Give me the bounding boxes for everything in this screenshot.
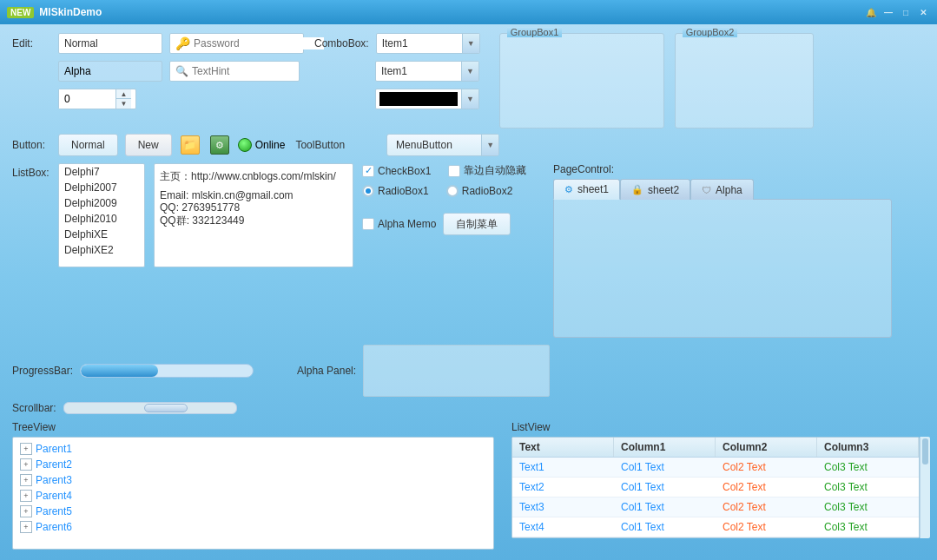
spinner-down-button[interactable]: ▼ — [116, 99, 131, 109]
folder-toolbutton[interactable]: 📁 — [179, 134, 201, 156]
radio2[interactable] — [446, 185, 459, 197]
maximize-button[interactable]: □ — [899, 5, 913, 19]
color-combobox[interactable]: ▼ — [375, 89, 479, 109]
groupbox1: GroupBox1 — [499, 33, 664, 128]
list-item[interactable]: Delphi7 — [59, 164, 144, 180]
combobox-label: ComboBox: — [314, 37, 369, 49]
listview-scrollbar-thumb[interactable] — [922, 438, 928, 464]
list-item[interactable]: DelphiXE2 — [59, 242, 144, 258]
normal-input[interactable] — [58, 33, 162, 54]
checkbox1-label: CheckBox1 — [378, 165, 431, 177]
listview-cell-col3: Col3 Text — [817, 497, 919, 517]
texthint-input[interactable] — [192, 65, 322, 77]
tab-sheet1[interactable]: ⚙ sheet1 — [553, 179, 620, 200]
radio1-wrap[interactable]: RadioBox1 — [362, 185, 429, 197]
table-row[interactable]: Text3 Col1 Text Col2 Text Col3 Text — [512, 497, 919, 517]
normal-button[interactable]: Normal — [58, 134, 118, 156]
password-input-wrap: 🔑 — [169, 33, 304, 54]
list-item[interactable]: Delphi2007 — [59, 180, 144, 195]
groupbox2-title: GroupBox2 — [683, 27, 738, 37]
search-icon: 🔍 — [175, 65, 188, 77]
combobox1-value: Item1 — [377, 37, 462, 49]
checkbox1-wrap[interactable]: CheckBox1 — [362, 165, 431, 177]
tree-expand-icon[interactable]: + — [20, 505, 32, 517]
combobox2-value: Item1 — [376, 65, 461, 77]
alpha-memo-checkbox[interactable] — [362, 218, 374, 230]
bell-icon[interactable]: 🔔 — [864, 5, 878, 19]
listview-cell-col2: Col2 Text — [716, 497, 817, 517]
combobox1-arrow[interactable]: ▼ — [462, 34, 479, 53]
tree-item[interactable]: + Parent1 — [16, 441, 490, 457]
treeview[interactable]: + Parent1 + Parent2 + Parent3 + Parent4 — [12, 437, 494, 550]
listview[interactable]: Text Column1 Column2 Column3 Text1 Col1 … — [511, 437, 920, 538]
tab-sheet2[interactable]: 🔒 sheet2 — [620, 179, 690, 200]
close-button[interactable]: ✕ — [916, 5, 930, 19]
listview-header: Text Column1 Column2 Column3 — [512, 438, 919, 458]
minimize-button[interactable]: — — [881, 5, 895, 19]
checkbox2-wrap[interactable]: 靠边自动隐藏 — [448, 163, 526, 178]
tree-expand-icon[interactable]: + — [20, 474, 32, 486]
alpha-panel-label: Alpha Panel: — [297, 365, 356, 377]
controls-panel: CheckBox1 靠边自动隐藏 RadioBox1 RadioBox2 — [362, 163, 536, 242]
radio1[interactable] — [362, 185, 374, 197]
groupbox2: GroupBox2 — [675, 33, 814, 128]
combobox1[interactable]: Item1 ▼ — [376, 33, 480, 54]
menu-button-label: MenuButton — [387, 139, 481, 151]
tree-item[interactable]: + Parent5 — [16, 504, 490, 519]
spinner-up-button[interactable]: ▲ — [116, 89, 131, 99]
new-button[interactable]: New — [125, 134, 172, 156]
tree-item[interactable]: + Parent3 — [16, 472, 490, 488]
listbox[interactable]: Delphi7 Delphi2007 Delphi2009 Delphi2010… — [58, 163, 145, 267]
table-row[interactable]: Text4 Col1 Text Col2 Text Col3 Text — [512, 517, 919, 537]
tree-expand-icon[interactable]: + — [20, 521, 32, 533]
tree-expand-icon[interactable]: + — [20, 443, 32, 455]
spinner-buttons: ▲ ▼ — [115, 89, 131, 109]
combobox2-arrow[interactable]: ▼ — [461, 62, 478, 81]
online-button[interactable]: Online — [238, 138, 286, 152]
checkbox2[interactable] — [448, 165, 460, 177]
window-title: MlSkinDemo — [39, 6, 864, 18]
listview-cell-text: Text2 — [512, 478, 614, 497]
memo[interactable]: 主页：http://www.cnblogs.com/mlskin/ Email:… — [154, 163, 353, 267]
menu-button-arrow[interactable]: ▼ — [481, 135, 498, 155]
listview-cell-text: Text1 — [512, 458, 614, 477]
combobox2[interactable]: Item1 ▼ — [375, 61, 479, 82]
combobox-section: ComboBox: Item1 ▼ Item1 ▼ ▼ — [314, 33, 480, 116]
listview-scrollbar[interactable] — [920, 437, 930, 538]
tree-expand-icon[interactable]: + — [20, 490, 32, 502]
list-item[interactable]: DelphiXE — [59, 227, 144, 242]
radio2-wrap[interactable]: RadioBox2 — [446, 185, 513, 197]
tree-item[interactable]: + Parent6 — [16, 519, 490, 535]
checkbox1[interactable] — [362, 165, 374, 177]
alpha-memo-wrap[interactable]: Alpha Memo — [362, 218, 436, 230]
spinner-input[interactable] — [59, 89, 115, 109]
progressbar-fill — [81, 365, 158, 377]
tree-item[interactable]: + Parent4 — [16, 488, 490, 504]
treeview-label: TreeView — [12, 421, 494, 433]
color-combobox-arrow[interactable]: ▼ — [461, 89, 478, 109]
alpha-panel — [363, 345, 550, 397]
pagecontrol-label: PageControl: — [553, 163, 892, 175]
list-item[interactable]: Delphi2009 — [59, 195, 144, 211]
listbox-label: ListBox: — [12, 167, 51, 179]
tree-expand-icon[interactable]: + — [20, 458, 32, 471]
custom-menu-button[interactable]: 自制菜单 — [443, 213, 511, 235]
gear-toolbutton[interactable]: ⚙ — [208, 134, 231, 156]
alpha-input[interactable] — [58, 61, 162, 82]
memo-line2: Email: mlskin.cn@gmail.com — [160, 189, 347, 201]
scrollbar-track[interactable] — [63, 402, 237, 414]
online-dot-icon — [238, 138, 252, 152]
titlebar-controls: 🔔 — □ ✕ — [864, 5, 930, 19]
listview-cell-col2: Col2 Text — [716, 478, 817, 497]
menu-button[interactable]: MenuButton ▼ — [386, 134, 499, 156]
table-row[interactable]: Text1 Col1 Text Col2 Text Col3 Text — [512, 458, 919, 478]
password-input[interactable] — [194, 37, 324, 49]
list-item[interactable]: Delphi2010 — [59, 211, 144, 227]
scrollbar-thumb[interactable] — [144, 404, 188, 412]
table-row[interactable]: Text2 Col1 Text Col2 Text Col3 Text — [512, 478, 919, 497]
memo-line3: QQ: 2763951778 — [160, 201, 347, 214]
tree-item[interactable]: + Parent2 — [16, 457, 490, 472]
tab-alpha[interactable]: 🛡 Alpha — [690, 179, 754, 200]
tree-item-label: Parent6 — [36, 521, 72, 533]
listview-col2: Column2 — [716, 438, 817, 457]
